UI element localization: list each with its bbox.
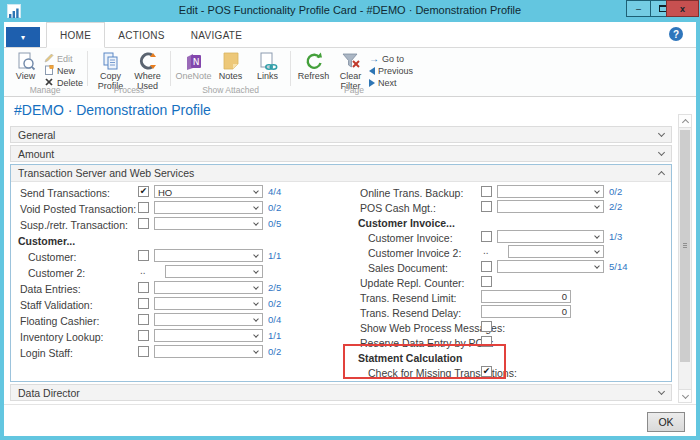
refresh-button[interactable]: Refresh (295, 50, 332, 82)
field-label: Customer Invoice... (358, 217, 455, 229)
fasttab-transaction-server-header[interactable]: Transaction Server and Web Services (11, 165, 671, 182)
ribbon-separator (87, 51, 88, 86)
checkbox-unchecked[interactable] (481, 201, 492, 212)
chevron-down-icon (594, 263, 600, 269)
vertical-scrollbar[interactable] (678, 114, 692, 403)
refresh-icon (303, 51, 325, 72)
scroll-up-button[interactable] (679, 115, 691, 128)
chevron-down-icon (658, 129, 665, 136)
tab-navigate[interactable]: NAVIGATE (178, 22, 255, 48)
minimize-button[interactable]: – (626, 0, 651, 17)
record-count-link[interactable]: 1/3 (609, 231, 622, 242)
field-row: Customer Invoice 2:.. (11, 245, 671, 260)
app-menu-button[interactable]: ▾ (6, 27, 40, 47)
ribbon-separator (290, 51, 291, 86)
fasttab-general[interactable]: General (10, 126, 672, 143)
scrollbar-grip-icon (683, 243, 687, 249)
checkbox-unchecked[interactable] (481, 186, 492, 197)
ribbon-group-manage: View Edit New Delete Man (4, 48, 86, 96)
bottom-bar: OK (4, 404, 696, 436)
checkbox-unchecked[interactable] (481, 231, 492, 242)
notes-icon (220, 51, 242, 72)
scroll-down-button[interactable] (679, 389, 691, 402)
record-count-link[interactable]: 5/14 (609, 261, 628, 272)
ribbon-group-label: Show Attached (172, 85, 289, 95)
assist-dots: .. (483, 245, 489, 256)
chevron-down-icon (594, 203, 600, 209)
ribbon-group-label: Page (292, 85, 416, 95)
close-button[interactable]: x (666, 0, 699, 17)
fasttab-data-director[interactable]: Data Director (10, 384, 672, 401)
text-input[interactable]: 0 (481, 290, 571, 303)
new-button[interactable]: New (44, 65, 83, 76)
field-row: Trans. Resend Delay:0 (11, 305, 671, 320)
field-row: Trans. Resend Limit:0 (11, 290, 671, 305)
form-column-right: Online Trans. Backup:0/2POS Cash Mgt.:2/… (11, 182, 671, 380)
checkbox-unchecked[interactable] (481, 261, 492, 272)
title-bar[interactable]: Edit - POS Functionality Profile Card - … (0, 0, 700, 22)
links-button[interactable]: Links (249, 50, 286, 82)
field-group-header: Customer Invoice... (11, 215, 671, 230)
field-label: Online Trans. Backup: (360, 187, 463, 199)
field-row: Online Trans. Backup:0/2 (11, 185, 671, 200)
scrollbar-thumb[interactable] (680, 130, 690, 362)
record-count-link[interactable]: 0/2 (609, 186, 622, 197)
onenote-button[interactable]: N OneNote (175, 50, 212, 82)
clear-filter-icon (340, 51, 362, 72)
ribbon-group-label: Manage (4, 85, 86, 95)
page-body: #DEMO · Demonstration Profile General Am… (4, 97, 696, 436)
chevron-down-icon (594, 248, 600, 254)
chevron-down-icon (658, 387, 665, 394)
goto-button[interactable]: → Go to (369, 53, 413, 64)
field-row: Sales Document:5/14 (11, 260, 671, 275)
where-used-icon (137, 51, 159, 72)
field-row: POS Cash Mgt.:2/2 (11, 200, 671, 215)
edit-button[interactable]: Edit (44, 53, 83, 64)
app-window: Edit - POS Functionality Profile Card - … (0, 0, 700, 440)
tab-actions[interactable]: ACTIONS (105, 22, 178, 48)
text-input[interactable]: 0 (481, 305, 571, 318)
chevron-down-icon (681, 391, 688, 398)
field-label: POS Cash Mgt.: (360, 202, 436, 214)
tab-home[interactable]: HOME (46, 22, 105, 48)
links-icon (257, 51, 279, 72)
dropdown-field[interactable] (508, 245, 604, 258)
onenote-icon: N (183, 51, 205, 72)
ribbon-tabs: HOME ACTIONS NAVIGATE (46, 22, 255, 48)
checkbox-unchecked[interactable] (481, 276, 492, 287)
previous-button[interactable]: Previous (369, 65, 413, 76)
dropdown-field[interactable] (497, 260, 604, 273)
ribbon: View Edit New Delete Man (4, 48, 696, 97)
chevron-down-icon (594, 188, 600, 194)
record-count-link[interactable]: 2/2 (609, 201, 622, 212)
edit-icon (44, 53, 54, 65)
fasttab-amount[interactable]: Amount (10, 145, 672, 162)
chevron-down-icon (594, 233, 600, 239)
copy-profile-icon (100, 51, 122, 72)
field-group-header: Statment Calculation (11, 350, 671, 365)
manage-small-buttons: Edit New Delete (44, 50, 83, 88)
fasttab-transaction-server: Transaction Server and Web Services Send… (10, 164, 672, 382)
dropdown-field[interactable] (497, 230, 604, 243)
field-row: Update Repl. Counter: (11, 275, 671, 290)
goto-icon: → (369, 54, 379, 63)
chevron-up-icon (681, 119, 688, 126)
ok-button[interactable]: OK (647, 412, 685, 432)
new-icon (44, 65, 54, 77)
chevron-up-icon (658, 171, 665, 178)
field-label: Trans. Resend Delay: (360, 307, 461, 319)
annotation-red-box (343, 344, 506, 379)
field-row: Check for Missing Transactions:✔ (11, 365, 671, 380)
notes-button[interactable]: Notes (212, 50, 249, 82)
checkbox-unchecked[interactable] (481, 321, 492, 332)
ribbon-group-process: Copy Profile Where Used Process (89, 48, 169, 96)
help-icon[interactable]: ? (669, 27, 683, 41)
previous-icon (369, 67, 375, 75)
ribbon-group-show-attached: N OneNote Notes Links Show Attached (172, 48, 289, 96)
ribbon-group-page: Refresh Clear Filter → Go to Previous (292, 48, 416, 96)
view-icon (15, 51, 37, 72)
dropdown-field[interactable] (497, 200, 604, 213)
field-label: Customer Invoice: (368, 232, 453, 244)
dropdown-field[interactable] (497, 185, 604, 198)
view-button[interactable]: View (7, 50, 44, 82)
